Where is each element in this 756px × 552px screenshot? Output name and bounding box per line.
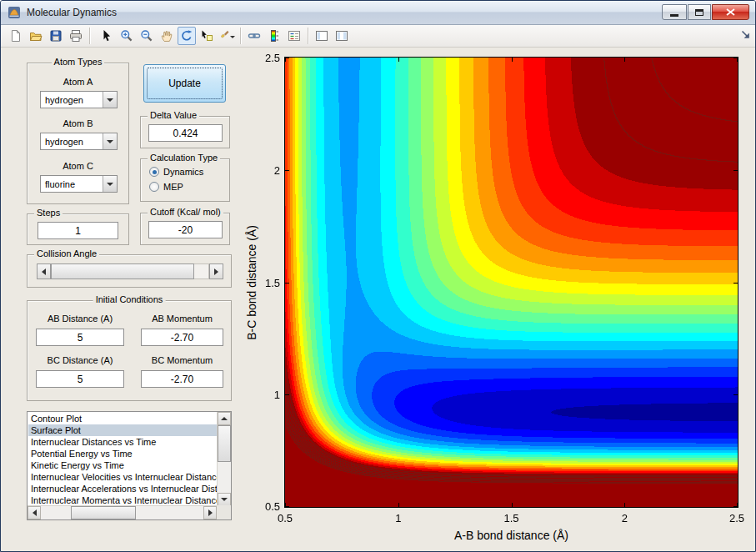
update-button[interactable]: Update [143,64,226,103]
insert-colorbar-button[interactable] [265,27,283,45]
chevron-down-glyph [107,140,113,143]
contour-plot[interactable] [285,58,738,507]
bc-momentum-label: BC Momentum [141,355,223,365]
axis-tick [512,503,513,507]
atom-b-value: hydrogen [41,133,103,149]
radio-mep-label: MEP [163,182,183,192]
window-title: Molecular Dynamics [27,1,117,24]
vertical-scrollbar[interactable] [217,412,231,506]
delta-value-panel: Delta Value [140,116,230,148]
rotate-3d-button[interactable] [178,27,196,45]
scroll-up-button[interactable] [218,412,231,425]
vscroll-thumb[interactable] [218,425,231,462]
colorbar-icon [268,29,281,43]
axis-tick [285,170,289,171]
list-item[interactable]: Internuclear Accelerations vs Internucle… [28,483,218,494]
list-item[interactable]: Internuclear Momenta vs Internuclear Dis… [28,494,218,506]
close-button[interactable] [712,4,749,20]
x-tick-label: 0.5 [278,512,293,524]
show-plot-tools-button[interactable] [333,27,351,45]
ab-momentum-label: AB Momentum [141,314,223,324]
open-file-button[interactable] [27,27,45,45]
bc-distance-label: BC Distance (A) [36,355,124,365]
print-icon [69,29,83,43]
new-file-button[interactable] [7,27,25,45]
print-button[interactable] [67,27,85,45]
radio-mep[interactable]: MEP [149,182,183,192]
slider-thumb[interactable] [51,263,194,279]
list-item[interactable]: Kinetic Energy vs Time [28,459,218,471]
bc-distance-input[interactable] [36,370,124,388]
bc-momentum-input[interactable] [141,370,223,388]
hscroll-thumb[interactable] [71,506,136,519]
radio-dynamics-label: Dynamics [163,167,203,177]
initial-conditions-panel: Initial Conditions AB Distance (A) AB Mo… [27,300,232,401]
pointer-tool-button[interactable] [98,27,116,45]
radio-icon[interactable] [149,182,159,192]
scroll-right-button[interactable] [203,506,217,519]
radio-icon[interactable] [149,167,159,177]
slider-right-arrow[interactable] [209,263,223,279]
zoom-in-button[interactable] [118,27,136,45]
window-icon[interactable] [8,6,21,19]
chevron-down-icon[interactable] [103,176,117,192]
atom-a-label: Atom A [28,77,128,87]
atom-a-select[interactable]: hydrogen [40,91,118,108]
brush-tool-button[interactable] [218,27,236,45]
cutoff-input[interactable] [148,221,223,238]
arrow-right-icon [208,509,213,516]
atom-c-select[interactable]: fluorine [40,175,118,193]
calculation-type-panel: Calculation Type Dynamics MEP [140,158,230,202]
radio-dynamics[interactable]: Dynamics [149,167,203,177]
steps-input[interactable] [38,222,118,239]
panel-title: Steps [34,208,63,218]
list-item[interactable]: Surface Plot [28,424,218,436]
pan-tool-button[interactable] [158,27,176,45]
listbox-items: Contour PlotSurface PlotInternuclear Dis… [28,413,218,506]
x-tick-label: 1 [395,512,401,524]
y-tick-label: 2.5 [245,52,280,64]
panel-title: Atom Types [52,57,105,67]
chevron-down-icon[interactable] [103,133,117,149]
slider-left-arrow[interactable] [37,263,51,279]
ab-distance-input[interactable] [36,329,124,346]
arrow-down-icon [221,498,228,501]
delta-value-input[interactable] [148,124,223,142]
scroll-down-button[interactable] [218,493,231,506]
axis-tick [733,394,738,395]
atom-b-select[interactable]: hydrogen [40,133,118,150]
list-item[interactable]: Contour Plot [28,413,218,424]
hide-plot-tools-button[interactable] [313,27,331,45]
title-bar[interactable]: Molecular Dynamics [1,1,755,25]
list-item[interactable]: Potential Energy vs Time [28,448,218,459]
brush-dropdown-caret[interactable] [230,36,235,41]
chevron-down-glyph [107,183,113,186]
zoom-out-button[interactable] [138,27,156,45]
maximize-button[interactable] [688,4,711,20]
scroll-left-button[interactable] [28,506,41,519]
axis-tick [733,170,738,171]
chevron-down-icon[interactable] [103,92,117,108]
brush-icon [218,29,229,43]
ab-momentum-input[interactable] [141,329,223,346]
new-file-icon [9,29,23,43]
arrow-left-icon [33,509,37,516]
plot-type-listbox[interactable]: Contour PlotSurface PlotInternuclear Dis… [27,411,232,520]
insert-legend-button[interactable] [285,27,303,45]
minimize-button[interactable] [662,4,687,20]
cutoff-panel: Cutoff (Kcal/ mol) [140,213,230,245]
arrow-up-icon [221,417,228,420]
ab-distance-label: AB Distance (A) [36,314,124,324]
dock-figure-arrow[interactable] [740,28,751,43]
list-item[interactable]: Internuclear Velocities vs Internuclear … [28,471,218,483]
link-plots-button[interactable] [245,27,263,45]
steps-panel: Steps [27,213,129,245]
data-cursor-button[interactable] [198,27,216,45]
collision-angle-slider[interactable] [37,263,223,279]
list-item[interactable]: Internuclear Distances vs Time [28,436,218,448]
save-button[interactable] [47,27,65,45]
open-folder-icon [29,29,43,43]
atom-a-value: hydrogen [41,92,103,108]
figure-toolbar [1,25,755,48]
horizontal-scrollbar[interactable] [28,505,217,519]
